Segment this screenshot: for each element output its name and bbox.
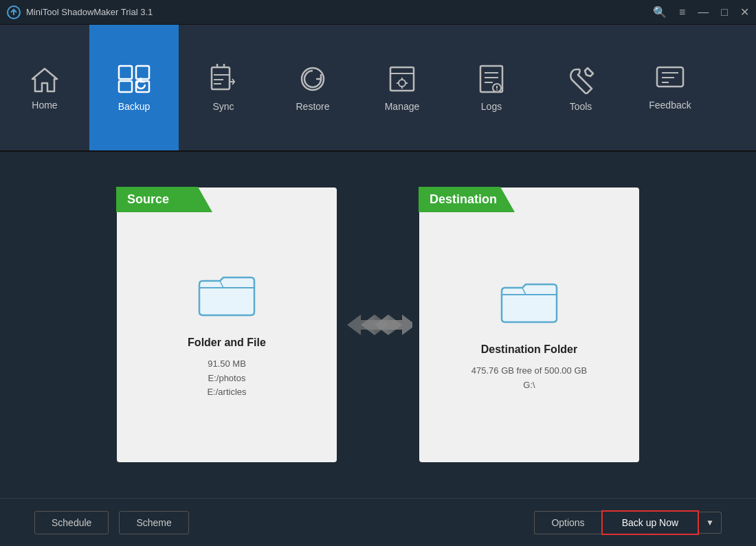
destination-title: Destination Folder	[481, 343, 577, 356]
nav-logs-label: Logs	[481, 101, 502, 112]
nav-item-manage[interactable]: Manage	[357, 25, 447, 150]
nav-item-home[interactable]: Home	[0, 25, 89, 150]
bottom-right: Options Back up Now ▼	[534, 510, 722, 535]
titlebar-left: MiniTool ShadowMaker Trial 3.1	[7, 5, 153, 19]
titlebar-controls: 🔍 ≡ — □ ✕	[653, 5, 749, 19]
svg-rect-5	[212, 67, 230, 89]
svg-rect-1	[119, 66, 132, 79]
nav-tools-label: Tools	[570, 101, 592, 112]
nav-item-sync[interactable]: Sync	[179, 25, 268, 150]
main-content: Source Folder and File 91.50 MB E:/photo…	[0, 152, 756, 498]
source-label: Source	[116, 187, 212, 212]
navbar: Home Backup Sync	[0, 25, 756, 152]
cards-row: Source Folder and File 91.50 MB E:/photo…	[34, 172, 722, 477]
schedule-button[interactable]: Schedule	[34, 511, 109, 534]
nav-item-tools[interactable]: Tools	[536, 25, 625, 150]
svg-point-11	[496, 89, 498, 91]
source-info: 91.50 MB E:/photos E:/articles	[207, 357, 246, 400]
source-card[interactable]: Source Folder and File 91.50 MB E:/photo…	[117, 187, 337, 462]
logs-icon	[476, 64, 507, 94]
manage-icon	[387, 64, 417, 94]
options-button[interactable]: Options	[534, 511, 601, 534]
nav-backup-label: Backup	[118, 101, 151, 112]
backup-dropdown-button[interactable]: ▼	[699, 512, 722, 534]
search-icon[interactable]: 🔍	[653, 5, 667, 19]
source-path1: E:/photos	[208, 373, 246, 383]
restore-icon	[298, 64, 328, 94]
bottombar: Schedule Scheme Options Back up Now ▼	[0, 498, 756, 546]
backup-now-button[interactable]: Back up Now	[601, 510, 699, 535]
destination-info: 475.76 GB free of 500.00 GB G:\	[471, 364, 587, 393]
feedback-icon	[655, 65, 685, 93]
home-icon	[30, 65, 60, 93]
nav-item-feedback[interactable]: Feedback	[625, 25, 715, 150]
source-folder-icon	[196, 271, 258, 319]
arrows-icon	[344, 308, 412, 342]
app-title: MiniTool ShadowMaker Trial 3.1	[26, 7, 153, 17]
destination-label: Destination	[419, 187, 515, 212]
nav-manage-label: Manage	[385, 101, 420, 112]
nav-sync-label: Sync	[212, 101, 234, 112]
destination-icon-area	[498, 277, 560, 328]
sync-icon	[208, 64, 238, 94]
scheme-button[interactable]: Scheme	[119, 511, 188, 534]
source-icon-area	[196, 271, 258, 321]
app-logo	[7, 5, 21, 19]
minimize-icon[interactable]: —	[698, 6, 709, 19]
destination-path: G:\	[523, 380, 535, 390]
bottom-left: Schedule Scheme	[34, 511, 189, 534]
nav-item-logs[interactable]: Logs	[447, 25, 536, 150]
svg-point-8	[399, 80, 405, 87]
close-icon[interactable]: ✕	[740, 5, 749, 19]
source-size: 91.50 MB	[208, 359, 246, 369]
nav-restore-label: Restore	[296, 101, 329, 112]
source-path2: E:/articles	[207, 387, 246, 397]
nav-feedback-label: Feedback	[649, 100, 691, 111]
tools-icon	[566, 64, 596, 94]
maximize-icon[interactable]: □	[721, 6, 728, 19]
titlebar: MiniTool ShadowMaker Trial 3.1 🔍 ≡ — □ ✕	[0, 0, 756, 25]
nav-item-restore[interactable]: Restore	[268, 25, 357, 150]
nav-item-backup[interactable]: Backup	[89, 25, 179, 150]
nav-home-label: Home	[32, 100, 57, 111]
svg-rect-2	[136, 66, 149, 79]
menu-icon[interactable]: ≡	[679, 6, 685, 19]
svg-rect-3	[119, 81, 132, 92]
arrow-area	[337, 308, 419, 342]
backup-icon	[117, 64, 151, 94]
destination-card[interactable]: Destination Destination Folder 475.76 GB…	[419, 187, 639, 462]
source-title: Folder and File	[188, 337, 266, 349]
destination-free: 475.76 GB free of 500.00 GB	[471, 365, 587, 376]
destination-folder-icon	[498, 277, 560, 326]
